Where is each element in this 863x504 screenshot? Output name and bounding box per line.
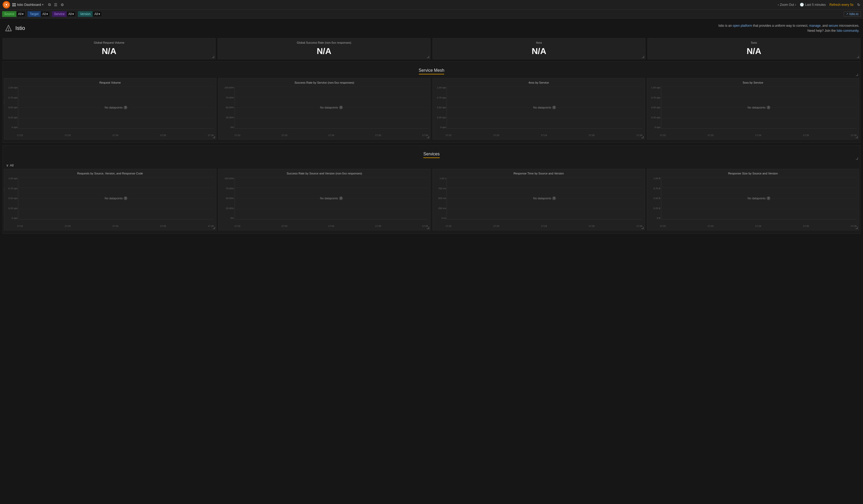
resize-corner-0[interactable] [212, 56, 214, 58]
grid-line [447, 209, 642, 209]
no-datapoints: No datapoints ? [320, 105, 343, 109]
chart-5xxs-service: 5xxs by Service 1.00 ops 0.75 ops 0.50 o… [647, 78, 859, 139]
grid-line [447, 86, 642, 87]
istio-community-link[interactable]: Istio community [837, 29, 858, 33]
services-title: Services [423, 152, 439, 158]
stat-card-value-0: N/A [7, 46, 212, 56]
settings-icon[interactable]: ⚙ [61, 3, 64, 7]
filterbar: Source All ▾ Target All ▾ Service All ▾ … [0, 10, 863, 18]
topnav-actions: ⧉ ☰ ⚙ [48, 2, 64, 7]
bookmark-icon[interactable]: ☰ [54, 3, 58, 7]
services-section: Services ∨ All Requests by Source, Versi… [3, 145, 860, 234]
chart-corner[interactable] [641, 227, 643, 229]
share-icon[interactable]: ⧉ [48, 2, 51, 7]
all-group-label: All [10, 163, 13, 167]
resize-corner-3[interactable] [857, 56, 859, 58]
y-labels-success-src: 100.00% 75.00% 50.00% 25.00% 0% [221, 177, 234, 219]
info-icon[interactable]: ? [552, 197, 556, 200]
resize-corner-2[interactable] [642, 56, 644, 58]
chart-corner[interactable] [855, 227, 858, 229]
y-labels-request-volume: 1.00 ops 0.75 ops 0.50 ops 0.25 ops 0 op… [8, 86, 17, 129]
open-platform-link[interactable]: open platform [733, 24, 752, 27]
service-mesh-header: Service Mesh [4, 63, 859, 78]
info-icon[interactable]: ? [767, 105, 770, 109]
refresh-icon[interactable]: ↻ [857, 3, 860, 7]
grid-line [661, 177, 857, 177]
grid-line [447, 188, 642, 188]
grafana-logo[interactable] [3, 1, 10, 9]
x-labels-success-rate: 17:22 17:23 17:24 17:25 17:26 [235, 134, 428, 137]
zoom-out-button[interactable]: ‹ Zoom Out › [778, 3, 796, 7]
chart-title-4xxs: 4xxs by Service [435, 81, 642, 84]
service-mesh-charts: Request Volume 1.00 ops 0.75 ops 0.50 op… [4, 78, 859, 139]
main-content: Istio Istio is an open platform that pro… [0, 18, 863, 239]
services-charts: Requests by Source, Version, and Respons… [4, 169, 859, 230]
info-icon[interactable]: ? [124, 105, 127, 109]
chart-request-volume: Request Volume 1.00 ops 0.75 ops 0.50 op… [4, 78, 216, 139]
y-labels-4xxs: 1.00 ops 0.75 ops 0.50 ops 0.25 ops 0 op… [436, 86, 446, 129]
chart-corner[interactable] [427, 227, 429, 229]
dashboard-name: Istio Dashboard [17, 3, 41, 7]
svg-rect-5 [14, 5, 16, 6]
secure-link[interactable]: secure [829, 24, 838, 27]
source-filter-label: Source [2, 11, 16, 17]
version-filter-dropdown[interactable]: All ▾ [93, 11, 102, 17]
svg-rect-4 [12, 5, 14, 6]
chart-title-5xxs: 5xxs by Service [649, 81, 857, 84]
info-icon[interactable]: ? [552, 105, 556, 109]
topnav-right: ‹ Zoom Out › 🕐 Last 5 minutes Refresh ev… [778, 3, 860, 7]
section-corner-mesh[interactable] [856, 74, 858, 76]
grid-line [18, 209, 214, 209]
chart-corner[interactable] [213, 227, 215, 229]
resize-corner-1[interactable] [427, 56, 429, 58]
chart-corner[interactable] [427, 136, 429, 138]
x-labels-requests-src: 17:22 17:23 17:24 17:25 17:26 [17, 225, 214, 227]
chart-corner[interactable] [641, 136, 643, 138]
chart-title-success-src: Success Rate by Source and Version (non-… [221, 172, 428, 175]
time-range[interactable]: 🕐 Last 5 minutes [800, 3, 826, 7]
no-datapoints: No datapoints ? [533, 197, 556, 200]
target-filter-label: Target [27, 11, 40, 17]
chart-corner[interactable] [855, 136, 858, 138]
istio-logo-icon [4, 23, 13, 33]
info-icon[interactable]: ? [339, 197, 343, 200]
grid-line [661, 97, 857, 97]
stat-card-title-2: 4xxs [437, 41, 641, 44]
dropdown-chevron[interactable]: ▾ [42, 3, 43, 6]
info-icon[interactable]: ? [124, 197, 127, 200]
stat-card-value-1: N/A [222, 46, 426, 56]
version-filter-label: Version [78, 11, 93, 17]
chart-corner[interactable] [213, 136, 215, 138]
stat-card-5xxs: 5xxs N/A [648, 38, 860, 59]
expand-collapse-icon[interactable]: ∨ [6, 163, 9, 167]
no-datapoints: No datapoints ? [748, 197, 770, 200]
x-labels-response-time: 17:22 17:23 17:24 17:25 17:26 [446, 225, 642, 227]
x-labels-success-src: 17:22 17:23 17:24 17:25 17:26 [235, 225, 428, 227]
stat-card-title-3: 5xxs [651, 41, 856, 44]
grid-line [447, 97, 642, 97]
y-labels-response-time: 1.00 s 750 ms 500 ms 250 ms 0 ns [436, 177, 446, 219]
stat-card-title-0: Global Request Volume [7, 41, 212, 44]
version-filter: Version All ▾ [78, 11, 102, 17]
dashboard-title[interactable]: Istio Dashboard ▾ [12, 3, 43, 7]
manage-link[interactable]: manage [809, 24, 821, 27]
y-labels-5xxs: 1.00 ops 0.75 ops 0.50 ops 0.25 ops 0 op… [650, 86, 661, 129]
istio-logo: Istio [4, 23, 25, 33]
svg-rect-2 [12, 3, 14, 4]
info-icon[interactable]: ? [339, 105, 343, 109]
stat-card-title-1: Global Success Rate (non-5xx responses) [222, 41, 426, 44]
refresh-label[interactable]: Refresh every 5s [829, 3, 853, 7]
grid-line [235, 188, 428, 188]
grid-line [661, 86, 857, 87]
chart-title-request-volume: Request Volume [7, 81, 214, 84]
service-filter-dropdown[interactable]: All ▾ [67, 11, 76, 17]
istio-io-button[interactable]: ↗ Istio.io [844, 11, 861, 17]
grid-line [661, 118, 857, 118]
info-icon[interactable]: ? [767, 197, 770, 200]
section-corner-services[interactable] [856, 158, 858, 160]
stat-card-value-3: N/A [651, 46, 856, 56]
target-filter-dropdown[interactable]: All ▾ [41, 11, 50, 17]
all-group[interactable]: ∨ All [4, 162, 859, 169]
x-labels-response-size: 17:22 17:23 17:24 17:25 17:26 [660, 225, 857, 227]
source-filter-dropdown[interactable]: All ▾ [16, 11, 25, 17]
